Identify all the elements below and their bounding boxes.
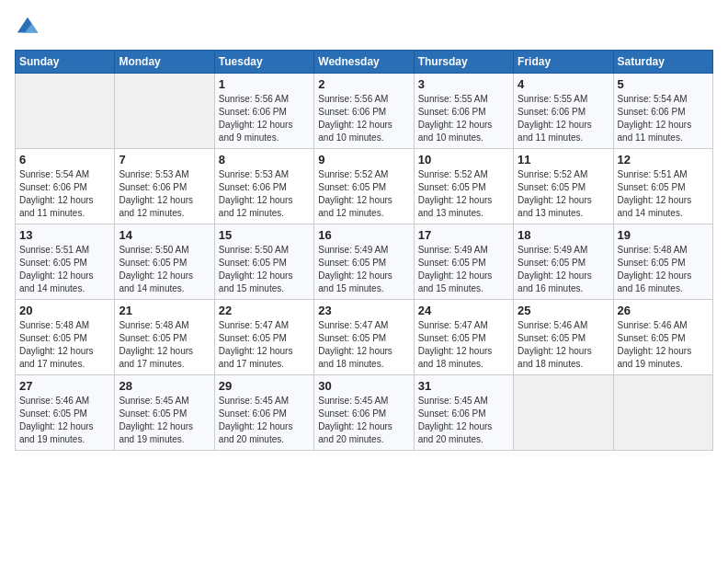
calendar-cell: 24Sunrise: 5:47 AM Sunset: 6:05 PM Dayli… [414, 300, 513, 375]
calendar-cell: 30Sunrise: 5:45 AM Sunset: 6:06 PM Dayli… [314, 375, 414, 451]
calendar-header-row: SundayMondayTuesdayWednesdayThursdayFrid… [16, 51, 713, 74]
day-number: 30 [318, 379, 409, 393]
day-number: 10 [418, 153, 509, 167]
calendar-cell: 2Sunrise: 5:56 AM Sunset: 6:06 PM Daylig… [314, 74, 414, 149]
day-detail: Sunrise: 5:51 AM Sunset: 6:05 PM Dayligh… [19, 244, 110, 295]
day-number: 22 [219, 304, 310, 317]
calendar-cell: 7Sunrise: 5:53 AM Sunset: 6:06 PM Daylig… [115, 149, 214, 224]
day-number: 25 [518, 304, 609, 317]
calendar-week-4: 20Sunrise: 5:48 AM Sunset: 6:05 PM Dayli… [16, 300, 713, 375]
day-number: 28 [119, 379, 210, 393]
day-number: 21 [119, 304, 210, 317]
day-detail: Sunrise: 5:54 AM Sunset: 6:06 PM Dayligh… [19, 168, 110, 220]
day-detail: Sunrise: 5:53 AM Sunset: 6:06 PM Dayligh… [219, 168, 310, 220]
day-number: 15 [219, 228, 310, 242]
day-number: 12 [618, 153, 709, 167]
day-number: 31 [418, 379, 509, 393]
calendar-table: SundayMondayTuesdayWednesdayThursdayFrid… [15, 50, 713, 451]
day-detail: Sunrise: 5:45 AM Sunset: 6:05 PM Dayligh… [119, 395, 210, 446]
calendar-week-2: 6Sunrise: 5:54 AM Sunset: 6:06 PM Daylig… [16, 149, 713, 224]
day-number: 1 [219, 77, 310, 91]
calendar-week-3: 13Sunrise: 5:51 AM Sunset: 6:05 PM Dayli… [16, 224, 713, 300]
day-number: 29 [219, 379, 310, 393]
day-detail: Sunrise: 5:52 AM Sunset: 6:05 PM Dayligh… [418, 168, 509, 220]
calendar-cell: 12Sunrise: 5:51 AM Sunset: 6:05 PM Dayli… [613, 149, 712, 224]
calendar-cell: 27Sunrise: 5:46 AM Sunset: 6:05 PM Dayli… [16, 375, 115, 451]
day-detail: Sunrise: 5:46 AM Sunset: 6:05 PM Dayligh… [518, 319, 609, 371]
calendar-week-5: 27Sunrise: 5:46 AM Sunset: 6:05 PM Dayli… [16, 375, 713, 451]
calendar-cell: 8Sunrise: 5:53 AM Sunset: 6:06 PM Daylig… [214, 149, 313, 224]
day-detail: Sunrise: 5:49 AM Sunset: 6:05 PM Dayligh… [318, 244, 409, 295]
day-number: 23 [318, 304, 409, 317]
calendar-cell: 17Sunrise: 5:49 AM Sunset: 6:05 PM Dayli… [414, 224, 513, 300]
day-detail: Sunrise: 5:55 AM Sunset: 6:06 PM Dayligh… [418, 93, 509, 144]
day-detail: Sunrise: 5:55 AM Sunset: 6:06 PM Dayligh… [518, 93, 609, 144]
day-number: 18 [518, 228, 609, 242]
day-detail: Sunrise: 5:48 AM Sunset: 6:05 PM Dayligh… [119, 319, 210, 371]
day-detail: Sunrise: 5:52 AM Sunset: 6:05 PM Dayligh… [318, 168, 409, 220]
day-number: 6 [19, 153, 110, 167]
day-detail: Sunrise: 5:48 AM Sunset: 6:05 PM Dayligh… [618, 244, 709, 295]
day-number: 16 [318, 228, 409, 242]
day-detail: Sunrise: 5:47 AM Sunset: 6:05 PM Dayligh… [219, 319, 310, 371]
calendar-cell: 14Sunrise: 5:50 AM Sunset: 6:05 PM Dayli… [115, 224, 214, 300]
calendar-cell [514, 375, 613, 451]
col-header-wednesday: Wednesday [314, 51, 414, 74]
day-detail: Sunrise: 5:47 AM Sunset: 6:05 PM Dayligh… [418, 319, 509, 371]
calendar-cell: 26Sunrise: 5:46 AM Sunset: 6:05 PM Dayli… [613, 300, 712, 375]
day-detail: Sunrise: 5:45 AM Sunset: 6:06 PM Dayligh… [418, 395, 509, 446]
day-detail: Sunrise: 5:49 AM Sunset: 6:05 PM Dayligh… [418, 244, 509, 295]
day-detail: Sunrise: 5:56 AM Sunset: 6:06 PM Dayligh… [318, 93, 409, 144]
calendar-cell: 5Sunrise: 5:54 AM Sunset: 6:06 PM Daylig… [613, 74, 712, 149]
day-number: 17 [418, 228, 509, 242]
day-number: 8 [219, 153, 310, 167]
day-number: 13 [19, 228, 110, 242]
calendar-week-1: 1Sunrise: 5:56 AM Sunset: 6:06 PM Daylig… [16, 74, 713, 149]
calendar-cell: 4Sunrise: 5:55 AM Sunset: 6:06 PM Daylig… [514, 74, 613, 149]
day-detail: Sunrise: 5:46 AM Sunset: 6:05 PM Dayligh… [618, 319, 709, 371]
calendar-cell: 16Sunrise: 5:49 AM Sunset: 6:05 PM Dayli… [314, 224, 414, 300]
day-detail: Sunrise: 5:54 AM Sunset: 6:06 PM Dayligh… [618, 93, 709, 144]
day-detail: Sunrise: 5:53 AM Sunset: 6:06 PM Dayligh… [119, 168, 210, 220]
calendar-cell: 9Sunrise: 5:52 AM Sunset: 6:05 PM Daylig… [314, 149, 414, 224]
day-detail: Sunrise: 5:47 AM Sunset: 6:05 PM Dayligh… [318, 319, 409, 371]
col-header-monday: Monday [115, 51, 214, 74]
day-number: 4 [518, 77, 609, 91]
calendar-cell: 19Sunrise: 5:48 AM Sunset: 6:05 PM Dayli… [613, 224, 712, 300]
day-detail: Sunrise: 5:51 AM Sunset: 6:05 PM Dayligh… [618, 168, 709, 220]
calendar-cell: 21Sunrise: 5:48 AM Sunset: 6:05 PM Dayli… [115, 300, 214, 375]
calendar-cell: 10Sunrise: 5:52 AM Sunset: 6:05 PM Dayli… [414, 149, 513, 224]
calendar-cell: 3Sunrise: 5:55 AM Sunset: 6:06 PM Daylig… [414, 74, 513, 149]
day-number: 11 [518, 153, 609, 167]
day-number: 2 [318, 77, 409, 91]
day-detail: Sunrise: 5:56 AM Sunset: 6:06 PM Dayligh… [219, 93, 310, 144]
calendar-cell [115, 74, 214, 149]
day-number: 7 [119, 153, 210, 167]
calendar-cell: 6Sunrise: 5:54 AM Sunset: 6:06 PM Daylig… [16, 149, 115, 224]
col-header-sunday: Sunday [16, 51, 115, 74]
day-detail: Sunrise: 5:49 AM Sunset: 6:05 PM Dayligh… [518, 244, 609, 295]
calendar-cell: 15Sunrise: 5:50 AM Sunset: 6:05 PM Dayli… [214, 224, 313, 300]
day-number: 19 [618, 228, 709, 242]
day-number: 24 [418, 304, 509, 317]
day-number: 26 [618, 304, 709, 317]
day-number: 27 [19, 379, 110, 393]
col-header-saturday: Saturday [613, 51, 712, 74]
calendar-cell: 23Sunrise: 5:47 AM Sunset: 6:05 PM Dayli… [314, 300, 414, 375]
day-detail: Sunrise: 5:45 AM Sunset: 6:06 PM Dayligh… [318, 395, 409, 446]
logo-icon [15, 15, 40, 40]
page-header [15, 15, 713, 40]
day-detail: Sunrise: 5:48 AM Sunset: 6:05 PM Dayligh… [19, 319, 110, 371]
calendar-cell: 18Sunrise: 5:49 AM Sunset: 6:05 PM Dayli… [514, 224, 613, 300]
day-number: 20 [19, 304, 110, 317]
calendar-cell: 20Sunrise: 5:48 AM Sunset: 6:05 PM Dayli… [16, 300, 115, 375]
day-detail: Sunrise: 5:50 AM Sunset: 6:05 PM Dayligh… [119, 244, 210, 295]
day-number: 5 [618, 77, 709, 91]
day-detail: Sunrise: 5:52 AM Sunset: 6:05 PM Dayligh… [518, 168, 609, 220]
day-detail: Sunrise: 5:50 AM Sunset: 6:05 PM Dayligh… [219, 244, 310, 295]
calendar-cell: 13Sunrise: 5:51 AM Sunset: 6:05 PM Dayli… [16, 224, 115, 300]
day-number: 9 [318, 153, 409, 167]
logo [15, 15, 44, 40]
day-number: 3 [418, 77, 509, 91]
calendar-cell: 1Sunrise: 5:56 AM Sunset: 6:06 PM Daylig… [214, 74, 313, 149]
